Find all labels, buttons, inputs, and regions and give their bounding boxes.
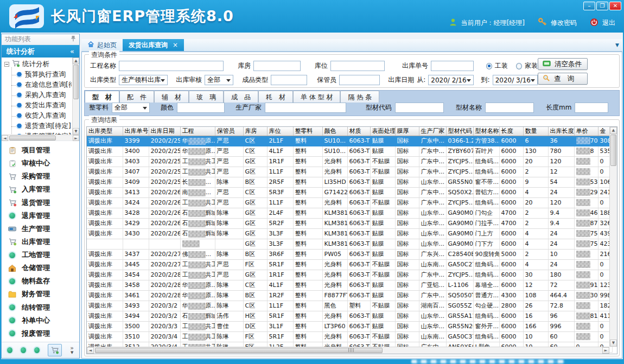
column-header[interactable]: 保管员	[215, 127, 243, 136]
table-cell[interactable]: 54	[548, 177, 574, 187]
table-cell[interactable]: 曹佳	[215, 321, 243, 331]
column-header[interactable]: 型材代码	[446, 127, 473, 136]
table-cell[interactable]: 6	[523, 136, 548, 146]
table-row[interactable]: 调拨出库34302020/2/26石辉城陈琳G区3L3F整料KLM3817606…	[87, 228, 612, 239]
table-cell[interactable]: 调拨出库	[87, 218, 123, 228]
column-header[interactable]: 长度	[499, 127, 523, 136]
table-cell[interactable]: 1R1F	[267, 156, 293, 167]
table-cell[interactable]: 20	[523, 197, 548, 208]
column-header[interactable]: 库位	[267, 127, 293, 136]
table-cell[interactable]: 山东南...	[419, 331, 446, 342]
table-cell[interactable]	[180, 239, 215, 249]
table-cell[interactable]: 120	[548, 156, 574, 167]
table-cell[interactable]: 整料	[293, 239, 322, 249]
table-cell[interactable]: 整料	[293, 280, 322, 290]
table-cell[interactable]: ZYCJP5...	[446, 197, 473, 208]
table-cell[interactable]: 华原...	[180, 146, 215, 156]
table-cell[interactable]: 9	[523, 177, 548, 187]
table-cell[interactable]: H区	[243, 311, 267, 321]
table-cell[interactable]: 调拨出库	[87, 177, 123, 187]
tab-close-icon[interactable]: ×	[173, 41, 178, 49]
table-cell[interactable]: 华原...	[180, 301, 215, 311]
table-cell[interactable]: 工共工程	[180, 167, 215, 177]
table-cell[interactable]: 812	[574, 311, 598, 321]
table-cell[interactable]: 工共工程	[180, 259, 215, 270]
table-cell[interactable]: GA50C27	[446, 259, 473, 270]
table-cell[interactable]: 3428	[123, 208, 149, 218]
table-cell[interactable]: 工共工程	[180, 270, 215, 280]
table-cell[interactable]: SQ50X2...	[446, 187, 473, 197]
table-cell[interactable]: 严思	[215, 197, 243, 208]
collapsed-item-icon[interactable]	[7, 347, 12, 353]
radio-industrial-label[interactable]: 工装	[495, 61, 508, 71]
table-cell[interactable]: 工共工程	[180, 197, 215, 208]
table-cell[interactable]: 6063-T5	[347, 218, 370, 228]
table-cell[interactable]: 幕墙全...	[473, 280, 499, 290]
table-cell[interactable]: 整料	[293, 187, 322, 197]
scroll-right-icon[interactable]: ►	[73, 135, 79, 141]
table-cell[interactable]: 陈琳	[215, 218, 243, 228]
logout-link[interactable]: 退出	[602, 18, 615, 28]
table-cell[interactable]: LI35HD	[322, 177, 347, 187]
scroll-left-icon[interactable]: ◄	[87, 347, 94, 354]
table-cell[interactable]: 国标	[395, 167, 419, 177]
table-cell[interactable]: 调拨出库	[87, 301, 123, 311]
table-cell[interactable]: 3461	[123, 290, 149, 301]
table-cell[interactable]: 国标	[395, 290, 419, 301]
table-cell[interactable]: 2020/3/2	[149, 311, 180, 321]
table-cell[interactable]: 调拨出库	[87, 167, 123, 177]
table-cell[interactable]: B区	[243, 290, 267, 301]
table-cell[interactable]: 108	[523, 290, 548, 301]
table-cell[interactable]: 不贴膜	[370, 301, 395, 311]
table-cell[interactable]: 贴膜	[370, 280, 395, 290]
table-cell[interactable]: 3413	[123, 187, 149, 197]
table-cell[interactable]: 5R2F	[267, 218, 293, 228]
table-cell[interactable]: KLM3817	[322, 218, 347, 228]
column-header[interactable]: 出库长度	[548, 127, 574, 136]
table-cell[interactable]: 贴膜	[370, 249, 395, 259]
table-cell[interactable]: 国标	[395, 239, 419, 249]
material-tab[interactable]: 玻 璃	[189, 91, 224, 103]
table-cell[interactable]: 6063-T5	[347, 208, 370, 218]
table-cell[interactable]: 整料	[293, 146, 322, 156]
table-cell[interactable]: 6000	[499, 259, 523, 270]
table-cell[interactable]: 整料	[293, 321, 322, 331]
table-cell[interactable]: 6000	[499, 156, 523, 167]
table-cell[interactable]: 72.8	[548, 301, 574, 311]
table-cell[interactable]: GA90M06.	[446, 208, 473, 218]
table-cell[interactable]: G71422	[322, 187, 347, 197]
table-cell[interactable]: 国标	[395, 146, 419, 156]
table-cell[interactable]: 306	[574, 290, 598, 301]
table-cell[interactable]: 2020/3/4	[149, 331, 180, 342]
table-cell[interactable]: 贴膜	[370, 218, 395, 228]
clear-conditions-button[interactable]: 清空条件	[538, 58, 588, 70]
table-cell[interactable]: 整料	[293, 259, 322, 270]
table-cell[interactable]: 组角码...	[473, 259, 499, 270]
table-row[interactable]: 调拨出库34582020/2/28华原...陈琳C区4L1F整料光身料6063-…	[87, 280, 612, 290]
table-cell[interactable]	[574, 259, 598, 270]
table-cell[interactable]: 2L4F	[267, 208, 293, 218]
table-cell[interactable]: 6000	[499, 321, 523, 331]
table-cell[interactable]: 不贴膜	[370, 167, 395, 177]
table-cell[interactable]: 陈琳	[215, 280, 243, 290]
table-cell[interactable]: G区	[243, 197, 267, 208]
table-cell[interactable]: 勾企硬...	[473, 301, 499, 311]
table-cell[interactable]: 整料	[293, 197, 322, 208]
table-cell[interactable]: 广东中...	[419, 146, 446, 156]
table-cell[interactable]: 整料	[293, 311, 322, 321]
table-cell[interactable]: 3R6F	[267, 249, 293, 259]
collapsed-item-icon[interactable]	[34, 347, 40, 353]
table-cell[interactable]: 6000	[499, 280, 523, 290]
table-cell[interactable]: 光身料	[322, 331, 347, 342]
table-cell[interactable]: 2	[523, 167, 548, 177]
table-cell[interactable]: 陈琳	[215, 208, 243, 218]
table-cell[interactable]: 20	[523, 156, 548, 167]
pin-icon[interactable]	[71, 35, 76, 43]
table-cell[interactable]: 陈琳	[215, 177, 243, 187]
table-cell[interactable]: 山东华...	[419, 228, 446, 239]
scroll-down-icon[interactable]: ▼	[610, 340, 617, 347]
table-cell[interactable]: 2972	[574, 187, 598, 197]
audit-select[interactable]: 全部	[205, 75, 233, 85]
table-cell[interactable]: 8	[574, 146, 598, 156]
table-cell[interactable]: 严思	[215, 167, 243, 177]
